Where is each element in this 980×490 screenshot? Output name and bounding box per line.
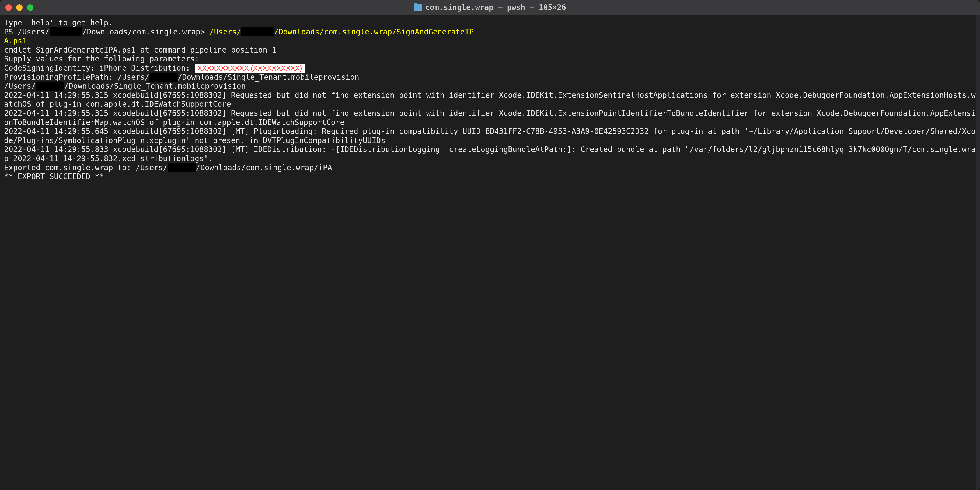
- prompt-prefix: PS /Users/: [4, 27, 49, 37]
- redacted-username: ███████: [241, 27, 274, 37]
- command-continuation: A.ps1: [4, 37, 976, 46]
- folder-icon: [414, 4, 422, 11]
- window-title-container: com.single.wrap — pwsh — 105×26: [414, 3, 566, 12]
- xcodebuild-log-line: 2022-04-11 14:29:55.645 xcodebuild[67695…: [4, 127, 976, 145]
- maximize-button[interactable]: [27, 4, 33, 11]
- xcodebuild-log-line: 2022-04-11 14:29:55.315 xcodebuild[67695…: [4, 109, 976, 127]
- window-title: com.single.wrap — pwsh — 105×26: [425, 3, 566, 12]
- export-line: Exported com.single.wrap to: /Users/████…: [4, 163, 976, 172]
- path-line: /Users/██████/Downloads/Single_Tenant.mo…: [4, 82, 976, 91]
- terminal-line: Type 'help' to get help.: [4, 18, 976, 27]
- command-text: /Users/███████/Downloads/com.single.wrap…: [210, 27, 474, 37]
- terminal-content[interactable]: Type 'help' to get help.PS /Users/██████…: [0, 15, 980, 490]
- export-succeeded-line: ** EXPORT SUCCEEDED **: [4, 172, 976, 181]
- terminal-line: cmdlet SignAndGenerateIPA.ps1 at command…: [4, 46, 976, 55]
- minimize-button[interactable]: [16, 4, 22, 11]
- prompt-path: /Downloads/com.single.wrap>: [83, 27, 210, 37]
- close-button[interactable]: [5, 4, 12, 11]
- terminal-window: com.single.wrap — pwsh — 105×26 Type 'he…: [0, 0, 980, 490]
- xcodebuild-log-line: 2022-04-11 14:29:55.833 xcodebuild[67695…: [4, 145, 976, 163]
- redacted-username: ███████: [49, 27, 83, 37]
- redacted-username: ██████: [36, 82, 64, 91]
- terminal-prompt-line: PS /Users/███████/Downloads/com.single.w…: [4, 27, 976, 37]
- code-signing-line: CodeSigningIdentity: iPhone Distribution…: [4, 64, 976, 73]
- traffic-lights: [5, 4, 33, 11]
- provisioning-line: ProvisioningProfilePath: /Users/██████/D…: [4, 73, 976, 82]
- terminal-line: Supply values for the following paramete…: [4, 54, 976, 64]
- redacted-username: ██████: [167, 163, 196, 172]
- window-titlebar: com.single.wrap — pwsh — 105×26: [0, 0, 980, 15]
- scrollbar[interactable]: [976, 15, 980, 490]
- redacted-identity: XXXXXXXXXXX (XXXXXXXXXX): [195, 64, 305, 73]
- xcodebuild-log-line: 2022-04-11 14:29:55.315 xcodebuild[67695…: [4, 91, 976, 109]
- redacted-username: ██████: [149, 73, 177, 82]
